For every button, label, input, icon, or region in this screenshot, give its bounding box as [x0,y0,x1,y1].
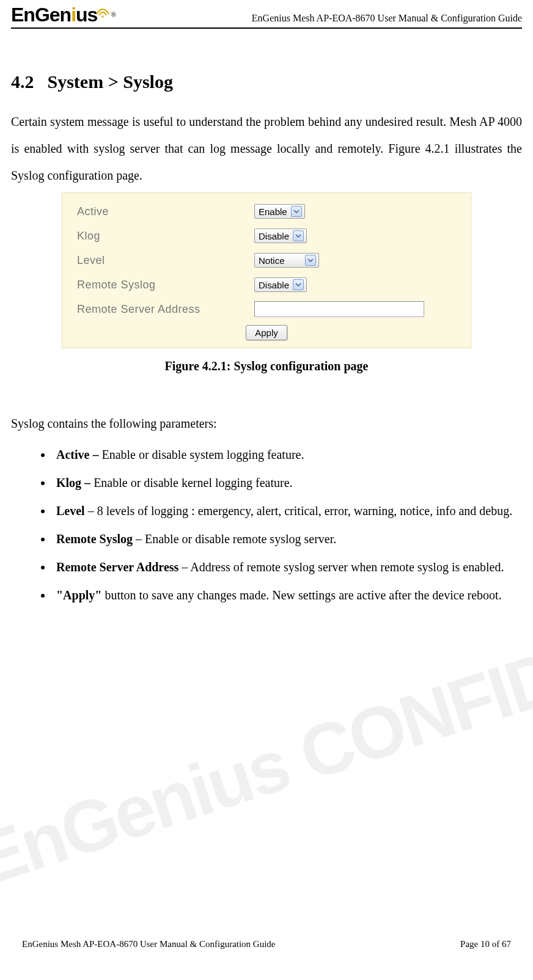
desc-klog: Enable or disable kernel logging feature… [94,476,292,489]
list-item: Remote Syslog – Enable or disable remote… [53,526,522,552]
list-item: Level – 8 levels of logging : emergency,… [53,498,522,524]
term-level: Level [56,504,85,517]
page-header: EnGenius ® EnGenius Mesh AP-EOA-8670 Use… [11,4,522,29]
label-active: Active [77,205,254,218]
header-doc-title: EnGenius Mesh AP-EOA-8670 User Manual & … [252,13,522,26]
term-active: Active – [56,448,101,461]
brand-logo: EnGenius ® [11,4,116,26]
term-remote-addr: Remote Server Address [56,560,178,574]
select-remote-syslog[interactable]: Disable [254,277,307,292]
label-level: Level [77,254,254,267]
row-remote-address: Remote Server Address [77,297,456,321]
desc-apply: button to save any changes made. New set… [101,588,501,602]
page-footer: EnGenius Mesh AP-EOA-8670 User Manual & … [22,939,511,949]
chevron-down-icon [291,206,302,217]
footer-left: EnGenius Mesh AP-EOA-8670 User Manual & … [22,939,276,949]
chevron-down-icon [305,255,316,266]
row-klog: Klog Disable [77,224,456,248]
syslog-config-figure: Active Enable Klog Disable Level Notice [62,192,471,348]
list-item: "Apply" button to save any changes made.… [53,582,522,608]
desc-remote-addr: – Address of remote syslog server when r… [178,560,504,574]
intro-paragraph: Certain system message is useful to unde… [11,108,522,189]
row-level: Level Notice [77,248,456,272]
chevron-down-icon [293,279,304,290]
select-level-value: Notice [259,255,301,266]
params-list: Active – Enable or disable system loggin… [11,442,522,608]
svg-point-0 [102,15,104,17]
select-level[interactable]: Notice [254,253,319,268]
desc-remote-syslog: – Enable or disable remote syslog server… [133,532,336,546]
apply-button[interactable]: Apply [246,325,287,340]
registered-icon: ® [111,10,116,20]
term-remote-syslog: Remote Syslog [56,532,133,546]
footer-right: Page 10 of 67 [460,939,511,949]
list-item: Remote Server Address – Address of remot… [53,554,522,580]
figure-caption: Figure 4.2.1: Syslog configuration page [11,359,522,373]
input-remote-address[interactable] [254,301,424,317]
desc-level: – 8 levels of logging : emergency, alert… [85,504,513,517]
label-remote-address: Remote Server Address [77,303,254,316]
label-remote-syslog: Remote Syslog [77,279,254,291]
select-active-value: Enable [259,207,287,217]
term-klog: Klog – [56,476,94,489]
select-active[interactable]: Enable [254,204,305,219]
section-title: System > Syslog [48,71,173,92]
params-intro: Syslog contains the following parameters… [11,410,522,437]
section-heading: 4.2System > Syslog [11,71,522,92]
desc-active: Enable or disable system logging feature… [101,448,304,461]
select-klog-value: Disable [259,231,289,241]
term-apply: "Apply" [56,588,101,602]
chevron-down-icon [293,230,304,241]
select-remote-syslog-value: Disable [259,280,289,290]
list-item: Klog – Enable or disable kernel logging … [53,470,522,495]
brand-logo-text: EnGenius [11,4,97,26]
label-klog: Klog [77,230,254,243]
row-remote-syslog: Remote Syslog Disable [77,272,456,297]
row-active: Active Enable [77,199,456,224]
wifi-icon [96,7,109,20]
select-klog[interactable]: Disable [254,229,307,243]
list-item: Active – Enable or disable system loggin… [53,442,522,467]
section-number: 4.2 [11,71,34,92]
